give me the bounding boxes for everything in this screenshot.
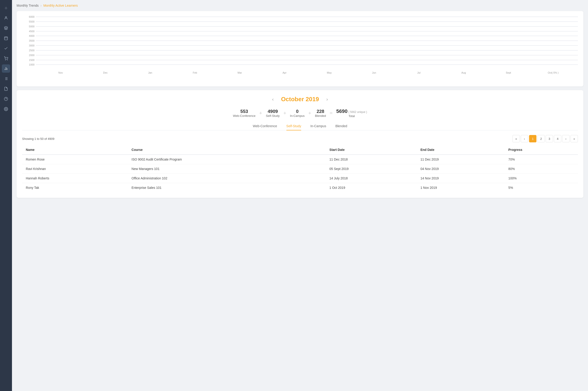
bar-oct5[interactable]: Oct(-5% ) <box>531 70 576 74</box>
cart-icon[interactable] <box>2 54 10 63</box>
svg-point-0 <box>5 16 7 18</box>
file-icon[interactable] <box>2 85 10 93</box>
prev-month-button[interactable]: ‹ <box>270 96 276 103</box>
pagination-prev[interactable]: ‹ <box>521 135 528 142</box>
learner-name[interactable]: Hannah Roberts <box>22 174 128 183</box>
learner-progress: 5% <box>505 183 578 193</box>
tab-self-study[interactable]: Self-Study <box>287 124 301 130</box>
learner-end-date: 1 Nov 2019 <box>417 183 505 193</box>
learner-start-date: 11 Dec 2018 <box>326 155 417 164</box>
learner-start-date: 14 July 2018 <box>326 174 417 183</box>
showing-text: Showing 1 to 50 of 4909 <box>22 137 54 141</box>
pagination-page-4[interactable]: 4 <box>554 135 561 142</box>
svg-point-19 <box>5 108 7 110</box>
learner-end-date: 11 Dec 2019 <box>417 155 505 164</box>
learner-course: Enterprise Sales 101 <box>128 183 326 193</box>
help-icon[interactable] <box>2 95 10 103</box>
chart-bar-icon[interactable] <box>2 64 10 73</box>
pagination-next[interactable]: › <box>562 135 570 142</box>
layers-icon[interactable] <box>2 24 10 32</box>
learner-course: ISO 9002 Audit Certificate Program <box>128 155 326 164</box>
self-study-label: Self-Study <box>266 114 280 117</box>
learner-end-date: 14 Nov 2019 <box>417 174 505 183</box>
blended-value: 228 <box>315 109 326 114</box>
column-header-name: Name <box>22 145 128 155</box>
column-header-course: Course <box>128 145 326 155</box>
pagination-first[interactable]: « <box>512 135 520 142</box>
check-icon[interactable] <box>2 44 10 52</box>
pagination-last[interactable]: » <box>571 135 578 142</box>
tab-in-campus[interactable]: In-Campus <box>310 124 326 130</box>
chart-card: 6000550050004500400035003000250020001500… <box>16 11 584 87</box>
breadcrumb-current: Monthly Active Learners <box>43 4 78 7</box>
in-campus-value: 0 <box>290 109 305 114</box>
total-label: Total <box>336 114 367 118</box>
plus-operator-3: + <box>308 110 311 116</box>
breadcrumb: Monthly Trends › Monthly Active Learners <box>16 4 584 7</box>
stat-self-study: 4909 Self-Study <box>266 109 280 117</box>
pagination-page-3[interactable]: 3 <box>546 135 553 142</box>
stats-row: 553 Web-Conference + 4909 Self-Study + 0… <box>22 108 578 118</box>
calendar-icon[interactable] <box>2 34 10 42</box>
pagination: «‹1234›» <box>512 135 578 142</box>
blended-label: Blended <box>315 114 326 117</box>
learner-name[interactable]: Romen Rose <box>22 155 128 164</box>
learner-progress: 70% <box>505 155 578 164</box>
home-icon[interactable]: ⌂ <box>2 4 10 12</box>
svg-point-6 <box>5 60 6 60</box>
total-value: 5690 <box>336 108 348 114</box>
plus-operator-2: + <box>284 110 287 116</box>
equals-operator: = <box>330 110 333 116</box>
column-header-start-date: Start Date <box>326 145 417 155</box>
bar-nov[interactable]: Nov <box>38 70 83 74</box>
bar-aug[interactable]: Aug <box>441 70 486 74</box>
table-row: Romen RoseISO 9002 Audit Certificate Pro… <box>22 155 578 164</box>
table-controls: Showing 1 to 50 of 4909 «‹1234›» <box>22 135 578 142</box>
self-study-value: 4909 <box>266 109 280 114</box>
learner-end-date: 04 Nov 2019 <box>417 164 505 174</box>
settings-icon[interactable] <box>2 105 10 113</box>
learner-start-date: 05 Sept 2019 <box>326 164 417 174</box>
learner-name[interactable]: Ravi Krishnan <box>22 164 128 174</box>
user-icon[interactable] <box>2 14 10 22</box>
pagination-page-1[interactable]: 1 <box>529 135 536 142</box>
breadcrumb-parent[interactable]: Monthly Trends <box>16 4 39 7</box>
web-conference-value: 553 <box>233 109 256 114</box>
svg-rect-2 <box>4 37 7 40</box>
learner-progress: 80% <box>505 164 578 174</box>
month-detail-card: ‹ October 2019 › 553 Web-Conference + 49… <box>16 90 584 198</box>
learner-start-date: 1 Oct 2019 <box>326 183 417 193</box>
learner-course: New Managers 101 <box>128 164 326 174</box>
stat-web-conference: 553 Web-Conference <box>233 109 256 117</box>
bar-jun[interactable]: Jun <box>352 70 397 74</box>
table-row: Ravi KrishnanNew Managers 10105 Sept 201… <box>22 164 578 174</box>
bar-may[interactable]: May <box>307 70 352 74</box>
svg-point-7 <box>7 60 7 60</box>
next-month-button[interactable]: › <box>324 96 330 103</box>
category-tabs: Web-ConferenceSelf-StudyIn-CampusBlended <box>22 124 578 130</box>
bar-jul[interactable]: Jul <box>397 70 441 74</box>
stat-blended: 228 Blended <box>315 109 326 117</box>
month-navigation: ‹ October 2019 › <box>22 96 578 103</box>
total-unique: ( 5662 unique ) <box>348 110 367 114</box>
list-settings-icon[interactable] <box>2 75 10 83</box>
bar-jan[interactable]: Jan <box>128 70 173 74</box>
learner-progress: 100% <box>505 174 578 183</box>
tab-web-conference[interactable]: Web-Conference <box>253 124 277 130</box>
bar-feb[interactable]: Feb <box>173 70 218 74</box>
plus-operator-1: + <box>259 110 262 116</box>
tab-blended[interactable]: Blended <box>335 124 347 130</box>
in-campus-label: In-Campus <box>290 114 305 117</box>
bar-dec[interactable]: Dec <box>83 70 128 74</box>
column-header-end-date: End Date <box>417 145 505 155</box>
bar-mar[interactable]: Mar <box>217 70 262 74</box>
table-row: Hannah RobertsOffice Administration 1021… <box>22 174 578 183</box>
pagination-page-2[interactable]: 2 <box>537 135 545 142</box>
stat-in-campus: 0 In-Campus <box>290 109 305 117</box>
bar-sept[interactable]: Sept <box>486 70 531 74</box>
bar-apr[interactable]: Apr <box>262 70 307 74</box>
breadcrumb-separator: › <box>40 4 42 7</box>
learner-name[interactable]: Rony Tak <box>22 183 128 193</box>
svg-marker-1 <box>4 26 8 28</box>
current-month-label: October 2019 <box>281 96 319 103</box>
